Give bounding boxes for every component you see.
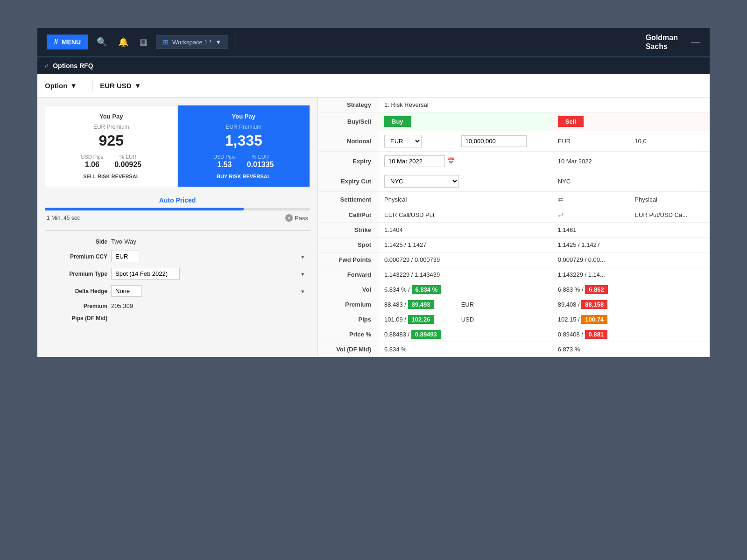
expiry-cut-value-cell: NYC (379, 171, 552, 192)
strike-value2: 1.1461 (558, 226, 577, 233)
option-label: Option (45, 82, 67, 90)
settlement-label: Settlement (318, 192, 379, 207)
call-put-swap-icon[interactable]: ⇄ (558, 211, 564, 218)
premium-ccy-select[interactable]: EUR USD (111, 251, 140, 262)
chevron-down-icon: ▼ (134, 82, 141, 90)
pips-row: Pips 101.09 / 102.26 USD 102.15 / 100.74 (318, 312, 710, 327)
search-icon[interactable]: 🔍 (94, 34, 110, 50)
premium-value2: 89,408 / (558, 301, 580, 308)
notional-value-cell (456, 131, 552, 152)
premium-ccy-select-wrapper[interactable]: EUR USD (111, 251, 308, 262)
price-pct-row: Price % 0.88483 / 0.89493 0.89408 / 0.88… (318, 327, 710, 342)
minimize-button[interactable]: — (691, 37, 700, 48)
vol-df-mid-value1: 6.834 % (384, 346, 407, 353)
workspace-button[interactable]: ⊞ Workspace 1 * ▼ (156, 35, 228, 49)
premium-type-select[interactable]: Spot (14 Feb 2022) (111, 268, 180, 280)
divider (234, 35, 234, 49)
sell-section: Sell (552, 112, 710, 131)
expiry-value2: 10 Mar 2022 (558, 158, 592, 165)
notification-icon[interactable]: 🔔 (115, 34, 131, 50)
vol-label: Vol (318, 282, 379, 297)
sell-pct-label: % EUR (114, 154, 141, 160)
vol-highlight2: 6.862 (585, 285, 608, 294)
delta-hedge-select-wrapper[interactable]: None (111, 285, 308, 297)
pass-button[interactable]: ✕ Pass (285, 214, 308, 222)
premium-ccy1-label: EUR (456, 297, 552, 312)
strike-value2-cell: 1.1461 (552, 223, 710, 238)
sell-pips-item: USD Pips 1.06 (81, 154, 103, 169)
delta-hedge-label: Delta Hedge (47, 288, 107, 294)
swap-icon[interactable]: ⇄ (558, 196, 564, 203)
settlement-value: Physical (384, 196, 407, 203)
notional-value2-cell: 10,0 (629, 131, 710, 152)
notional-ccy2: EUR (558, 138, 571, 145)
buy-pct-label: % EUR (247, 154, 274, 160)
settlement-value2: Physical (634, 196, 657, 203)
price-pct-value1: 0.88483 / (384, 331, 409, 338)
premium-ccy-label: Premium CCY (47, 253, 107, 260)
layout-icon[interactable]: ▦ (137, 34, 150, 50)
timer-row: 1 Min, 45 sec ✕ Pass (45, 214, 310, 222)
main-content: You Pay EUR Premium 925 USD Pips 1.06 % … (37, 98, 710, 357)
pips-value-cell: 101.09 / 102.26 (379, 312, 456, 327)
notional-ccy2-cell: EUR (552, 131, 629, 152)
call-put-label: Call/Put (318, 207, 379, 223)
buy-action[interactable]: BUY RISK REVERSAL (185, 174, 303, 179)
menu-button[interactable]: // MENU (47, 35, 88, 49)
buy-card: You Pay EUR Premium 1,335 USD Pips 1.53 … (178, 105, 310, 187)
notional-ccy-select[interactable]: EURUSD (384, 135, 422, 147)
expiry-cut-select[interactable]: NYC (384, 175, 459, 188)
buy-button[interactable]: Buy (384, 116, 411, 127)
form-row-pips-mid: Pips (DF Mid) (45, 312, 310, 324)
pips-highlight2: 100.74 (581, 315, 607, 324)
pips-value2-cell: 102.15 / 100.74 (552, 312, 629, 327)
form-row-delta-hedge: Delta Hedge None (45, 282, 310, 300)
premium-ccy1-cell: 88,483 / 89,493 (379, 297, 456, 312)
vol-df-mid-label: Vol (DF Mid) (318, 342, 379, 357)
fwd-points-value2-cell: 0.000729 / 0.00... (552, 252, 710, 267)
buy-premium-label: EUR Premium (185, 124, 303, 130)
pips-highlight1: 102.26 (408, 315, 434, 324)
settlement-value2-cell: Physical (629, 192, 710, 207)
premium-type-label: Premium Type (47, 271, 107, 277)
currency-label: EUR USD (100, 82, 132, 90)
premium-type-select-wrapper[interactable]: Spot (14 Feb 2022) (111, 268, 308, 280)
chevron-down-icon: ▼ (70, 82, 77, 90)
form-row-premium-type: Premium Type Spot (14 Feb 2022) (45, 265, 310, 282)
top-bar: // MENU 🔍 🔔 ▦ ⊞ Workspace 1 * ▼ Goldman … (37, 28, 710, 56)
sell-premium-label: EUR Premium (53, 124, 170, 130)
auto-priced-section: Auto Priced 1 Min, 45 sec ✕ Pass (45, 193, 310, 225)
currency-dropdown[interactable]: EUR USD ▼ (100, 79, 148, 92)
sell-action[interactable]: SELL RISK REVERSAL (53, 174, 170, 179)
notional-label: Notional (318, 131, 379, 152)
notional-input[interactable] (461, 135, 527, 147)
fwd-points-row: Fwd Points 0.000729 / 0.000739 0.000729 … (318, 252, 710, 267)
expiry-row: Expiry 📅 10 Mar 2022 (318, 152, 710, 171)
spot-label: Spot (318, 238, 379, 252)
calendar-icon[interactable]: 📅 (447, 157, 455, 165)
strategy-row: Strategy 1: Risk Reversal (318, 98, 710, 112)
settlement-row: Settlement Physical ⇄ Physical (318, 192, 710, 207)
pips-ccy1: USD (461, 316, 474, 323)
expiry-cut-label: Expiry Cut (318, 171, 379, 192)
expiry-input[interactable] (384, 155, 445, 167)
premium-value2-cell: 89,408 / 88,158 (552, 297, 629, 312)
strategy-label: Strategy (318, 98, 379, 112)
sell-pct-item: % EUR 0.00925 (114, 154, 141, 169)
delta-hedge-select[interactable]: None (111, 285, 142, 297)
pips-ccy1-cell: USD (456, 312, 552, 327)
vol-df-mid-value2-cell: 6.873 % (552, 342, 710, 357)
buy-premium-value: 1,335 (185, 132, 303, 149)
sell-button[interactable]: Sell (558, 116, 584, 127)
expiry-cut-row: Expiry Cut NYC NYC (318, 171, 710, 192)
vol-value2: 6.883 % / (558, 286, 584, 293)
price-pct-value-cell: 0.88483 / 0.89493 (379, 327, 552, 342)
pips-value1: 101.09 / (384, 316, 406, 323)
premium-row: Premium 88,483 / 89,493 EUR 89,408 / 88,… (318, 297, 710, 312)
vol-value1: 6.834 % / (384, 286, 410, 293)
premium-value1: 88,483 / (384, 301, 406, 308)
price-pct-label: Price % (318, 327, 379, 342)
option-dropdown[interactable]: Option ▼ (45, 79, 85, 92)
forward-row: Forward 1.143229 / 1.143439 1.143229 / 1… (318, 267, 710, 282)
premium-highlight1: 89,493 (408, 300, 434, 309)
